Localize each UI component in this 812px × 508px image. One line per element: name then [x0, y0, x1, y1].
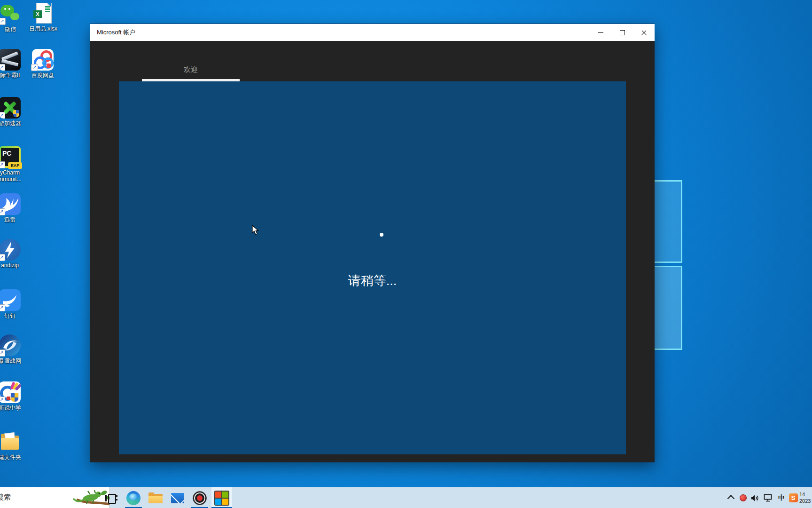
shortcut-arrow-icon: ↗ — [0, 208, 5, 215]
desktop-icon-label: 听说中学 — [0, 405, 30, 411]
microsoft-account-window: Microsoft 帐户 欢迎 请稍等... — [90, 24, 655, 462]
tray-ime-button[interactable]: 中 — [775, 487, 788, 508]
chinese-ime-icon: 中 — [778, 494, 785, 502]
dingtalk-icon: ↗ — [0, 289, 21, 311]
desktop-icon-xunlei[interactable]: ↗ 迅雷 — [0, 193, 30, 223]
network-ethernet-icon — [764, 494, 773, 502]
desktop-icon-tingshuo-school[interactable]: ↗ 听说中学 — [0, 381, 30, 411]
shortcut-arrow-icon: ↗ — [0, 349, 5, 357]
mail-icon — [171, 493, 184, 503]
desktop-icon-game-accelerator[interactable]: ↗ 游加速器 — [0, 97, 30, 127]
task-view-icon — [105, 493, 117, 503]
volume-icon — [751, 494, 759, 502]
loading-spinner-dot — [380, 233, 383, 237]
taskbar-microsoft-account-button[interactable] — [211, 487, 232, 508]
desktop-icon-label: 日用品.xlsx — [23, 25, 63, 32]
desktop-icon-label: 游加速器 — [0, 120, 30, 127]
new-folder-icon — [0, 431, 21, 452]
tray-hidden-icons-button[interactable] — [725, 487, 736, 508]
shortcut-arrow-icon: ↗ — [0, 112, 5, 119]
screen-recorder-icon — [193, 491, 207, 505]
desktop-icon-label: andizip — [0, 262, 30, 269]
desktop-icon-baidu-netdisk[interactable]: ↗ 百度网盘 — [23, 49, 62, 79]
desktop-icon-excel-file[interactable]: X 日用品.xlsx — [23, 2, 63, 32]
desktop-icon-label: 建文件夹 — [0, 454, 30, 460]
mouse-cursor — [251, 225, 261, 237]
bandizip-icon: ↗ — [0, 239, 21, 261]
xunlei-thunder-icon: ↗ — [0, 193, 21, 215]
baidu-netdisk-icon: ↗ — [32, 49, 54, 71]
desktop-icon-label: 暴雪战网 — [0, 357, 30, 364]
taskbar-mail-button[interactable] — [167, 487, 188, 508]
tray-clock[interactable]: 14 2023 — [799, 491, 812, 504]
desktop-icon-label: 迅雷 — [0, 216, 30, 223]
tray-sogou-button[interactable]: S — [788, 487, 799, 508]
please-wait-text: 请稍等... — [119, 272, 626, 289]
desktop-icon-new-folder[interactable]: 建文件夹 — [0, 431, 30, 460]
search-input[interactable]: 搜索 — [0, 487, 110, 508]
tray-recording-indicator[interactable] — [737, 487, 749, 508]
pycharm-eap-icon: PC EAP ↗ — [0, 146, 21, 168]
shortcut-arrow-icon: ↗ — [0, 304, 5, 311]
microsoft-edge-icon — [126, 491, 141, 505]
taskbar-file-explorer-button[interactable] — [145, 487, 166, 508]
starcraft2-icon: ↗ — [0, 49, 21, 71]
taskbar-edge-button[interactable] — [123, 487, 144, 508]
shortcut-arrow-icon: ↗ — [0, 64, 5, 71]
shortcut-arrow-icon: ↗ — [0, 18, 6, 25]
shortcut-arrow-icon: ↗ — [31, 64, 38, 71]
oobe-blue-panel: 请稍等... — [119, 81, 626, 454]
maximize-button[interactable] — [611, 24, 633, 41]
game-accelerator-icon: ↗ — [0, 97, 21, 119]
desktop-icon-label: yCharm — [0, 169, 30, 176]
sogou-input-icon: S — [789, 493, 798, 502]
close-button[interactable] — [633, 24, 655, 41]
window-title: Microsoft 帐户 — [97, 24, 135, 41]
desktop-icon-dingtalk[interactable]: ↗ 钉钉 — [0, 289, 30, 319]
desktop-icon-label: 钉钉 — [0, 312, 30, 319]
tab-welcome[interactable]: 欢迎 — [142, 65, 240, 74]
tingshuo-school-icon: ↗ — [0, 381, 21, 403]
chevron-up-icon — [727, 495, 734, 502]
close-icon — [641, 30, 647, 36]
record-dot-icon — [740, 494, 747, 501]
window-titlebar[interactable]: Microsoft 帐户 — [90, 24, 655, 41]
taskbar: 搜索 — [0, 487, 812, 508]
search-label: 搜索 — [0, 493, 11, 502]
desktop-icon-battlenet[interactable]: ↗ 暴雪战网 — [0, 334, 30, 364]
clock-date: 2023 — [799, 498, 812, 504]
shortcut-arrow-icon: ↗ — [0, 254, 5, 261]
tray-volume-button[interactable] — [749, 487, 761, 508]
file-explorer-icon — [148, 492, 163, 504]
taskbar-recorder-button[interactable] — [189, 487, 210, 508]
minimize-icon — [598, 32, 603, 33]
desktop-icon-label: mmunit... — [0, 176, 30, 183]
battlenet-icon: ↗ — [0, 334, 21, 356]
maximize-icon — [620, 30, 625, 35]
tab-active-indicator — [142, 79, 240, 81]
shortcut-arrow-icon: ↗ — [0, 397, 5, 403]
tray-network-button[interactable] — [762, 487, 775, 508]
microsoft-logo-icon — [214, 491, 229, 506]
clock-time: 14 — [799, 491, 812, 498]
desktop-icon-pycharm[interactable]: PC EAP ↗ yCharm mmunit... — [0, 146, 30, 183]
desktop-icon-bandizip[interactable]: ↗ andizip — [0, 239, 30, 269]
wechat-icon: ↗ — [0, 3, 21, 24]
shortcut-arrow-icon: ↗ — [0, 161, 5, 168]
minimize-button[interactable] — [590, 24, 611, 41]
taskbar-task-view-button[interactable] — [101, 487, 122, 508]
desktop-icon-label: 百度网盘 — [23, 72, 62, 79]
excel-file-icon: X — [32, 2, 54, 24]
